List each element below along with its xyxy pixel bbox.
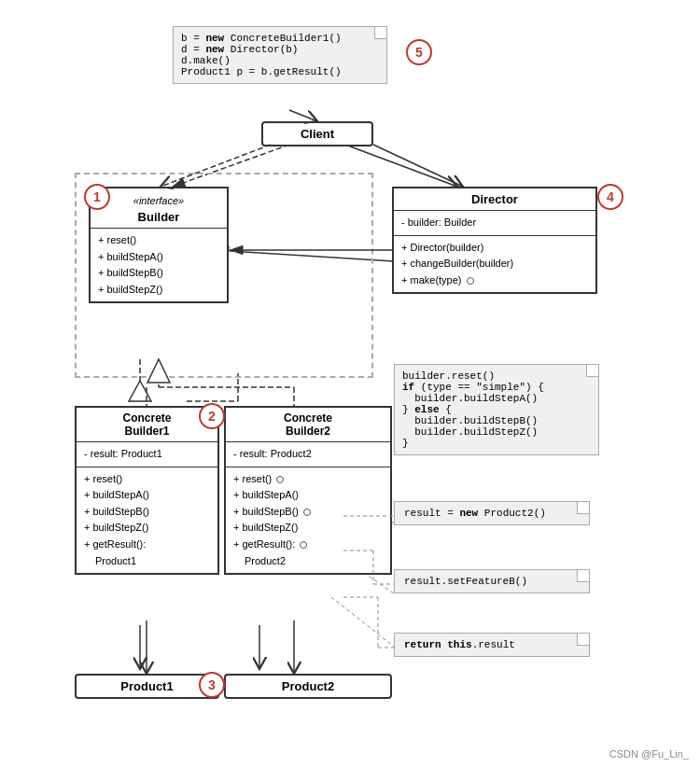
svg-line-13 — [331, 597, 394, 647]
cb1-method-3: + buildStepB() — [84, 504, 210, 521]
cb1-name: ConcreteBuilder1 — [77, 408, 217, 441]
svg-line-20 — [373, 145, 463, 187]
svg-line-19 — [161, 145, 271, 187]
make-note-text: builder.reset() if (type == "simple") { … — [402, 370, 591, 449]
client-box: Client — [261, 121, 373, 146]
director-method-3: + make(type) — [401, 272, 588, 289]
svg-line-4 — [217, 250, 394, 261]
builder-name: Builder — [98, 206, 219, 228]
return-result-note: return this.result — [394, 633, 590, 657]
builder-method-1: + reset() — [98, 232, 219, 249]
svg-marker-6 — [129, 381, 151, 401]
builder-method-2: + buildStepA() — [98, 249, 219, 266]
director-name: Director — [394, 188, 595, 210]
badge-1: 1 — [84, 184, 110, 210]
cb2-method-5: + getResult(): — [233, 537, 383, 553]
make-note: builder.reset() if (type == "simple") { … — [394, 364, 599, 455]
cb2-method-3: + buildStepB() — [233, 504, 383, 521]
new-product2-note: result = new Product2() — [394, 501, 590, 525]
watermark: CSDN @Fu_Lin_ — [609, 748, 689, 760]
badge-4: 4 — [597, 184, 623, 210]
cb1-field-1: - result: Product1 — [84, 446, 210, 463]
product2-box: Product2 — [224, 674, 392, 699]
builder-method-4: + buildStepZ() — [98, 282, 219, 299]
cb1-method-2: + buildStepA() — [84, 487, 210, 504]
director-method-1: + Director(builder) — [401, 240, 588, 257]
cb2-methods: + reset() + buildStepA() + buildStepB() … — [226, 467, 390, 574]
builder-method-3: + buildStepB() — [98, 265, 219, 282]
product1-box: Product1 — [75, 674, 219, 699]
cb1-method-1: + reset() — [84, 471, 210, 488]
cb2-name: ConcreteBuilder2 — [226, 408, 390, 441]
set-feature-text: result.setFeatureB() — [404, 576, 580, 587]
cb1-method-5b: Product1 — [84, 553, 210, 570]
product2-name: Product2 — [226, 676, 390, 697]
builder-methods: + reset() + buildStepA() + buildStepB() … — [91, 228, 227, 301]
concrete-builder2-box: ConcreteBuilder2 - result: Product2 + re… — [224, 406, 392, 575]
cb1-fields: - result: Product1 — [77, 441, 217, 467]
product1-name: Product1 — [77, 676, 217, 697]
cb1-method-5: + getResult(): — [84, 537, 210, 553]
svg-line-3 — [345, 145, 457, 187]
cb1-method-4: + buildStepZ() — [84, 520, 210, 537]
svg-line-2 — [173, 145, 289, 187]
svg-line-31 — [289, 110, 317, 121]
new-product2-text: result = new Product2() — [404, 508, 580, 519]
set-feature-note: result.setFeatureB() — [394, 569, 590, 593]
cb2-method-1: + reset() — [233, 471, 383, 488]
builder-box: «interface» Builder + reset() + buildSte… — [89, 187, 229, 303]
concrete-builder1-box: ConcreteBuilder1 - result: Product1 + re… — [75, 406, 219, 575]
cb2-method-5b: Product2 — [233, 553, 383, 570]
cb1-methods: + reset() + buildStepA() + buildStepB() … — [77, 467, 217, 574]
director-field-1: - builder: Builder — [401, 215, 588, 231]
cb2-method-4: + buildStepZ() — [233, 520, 383, 537]
cb2-field-1: - result: Product2 — [233, 446, 383, 463]
client-title: Client — [263, 123, 371, 145]
top-note: b = new ConcreteBuilder1()d = new Direct… — [173, 26, 387, 84]
director-box: Director - builder: Builder + Director(b… — [392, 187, 597, 294]
top-note-text: b = new ConcreteBuilder1()d = new Direct… — [181, 33, 379, 77]
director-method-2: + changeBuilder(builder) — [401, 256, 588, 272]
badge-2: 2 — [199, 403, 225, 429]
cb2-fields: - result: Product2 — [226, 441, 390, 467]
director-methods: + Director(builder) + changeBuilder(buil… — [394, 235, 595, 293]
return-result-text: return this.result — [404, 639, 580, 650]
diagram-container: b = new ConcreteBuilder1()d = new Direct… — [0, 0, 700, 767]
badge-5: 5 — [406, 39, 432, 65]
cb2-method-2: + buildStepA() — [233, 487, 383, 504]
builder-stereotype: «interface» — [98, 192, 219, 206]
badge-3: 3 — [199, 672, 225, 698]
svg-marker-18 — [147, 359, 170, 383]
director-fields: - builder: Builder — [394, 210, 595, 235]
